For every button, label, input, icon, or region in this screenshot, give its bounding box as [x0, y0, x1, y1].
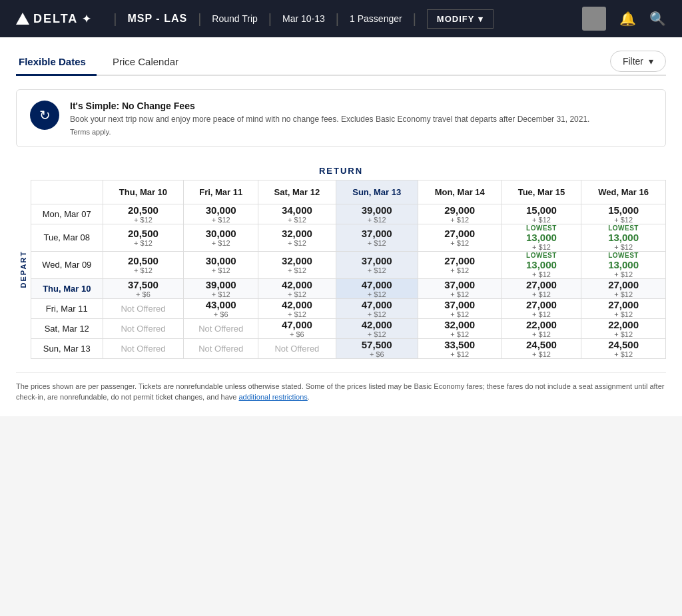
tab-price-calendar[interactable]: Price Calendar	[110, 51, 189, 76]
delta-triangle-icon	[16, 13, 29, 25]
depart-label: DEPART	[19, 250, 27, 288]
depart-row-label: Fri, Mar 11	[31, 298, 103, 318]
route-display: MSP - LAS	[128, 13, 188, 25]
table-row[interactable]: 15,000+ $12	[502, 204, 581, 224]
table-row[interactable]: LOWEST13,000+ $12	[581, 251, 666, 278]
table-row[interactable]: LOWEST13,000+ $12	[502, 224, 581, 251]
table-row[interactable]: 30,000+ $12	[184, 204, 258, 224]
price-table: Thu, Mar 10 Fri, Mar 11 Sat, Mar 12 Sun,…	[31, 180, 666, 359]
table-row[interactable]: 37,500+ $6	[103, 278, 184, 298]
depart-row-label: Tue, Mar 08	[31, 224, 103, 251]
table-row[interactable]: 24,500+ $12	[581, 338, 666, 358]
table-row[interactable]: 27,000+ $12	[502, 278, 581, 298]
table-row[interactable]: 47,000+ $12	[336, 298, 418, 318]
header: DELTA ✦ | MSP - LAS | Round Trip | Mar 1…	[0, 0, 682, 37]
table-row[interactable]: Not Offered	[103, 298, 184, 318]
chevron-down-icon: ▾	[478, 14, 484, 24]
delta-logo: DELTA ✦	[16, 12, 92, 26]
table-row[interactable]: 47,000+ $12	[336, 278, 418, 298]
depart-label-wrap: DEPART	[16, 180, 31, 359]
table-row[interactable]: 20,500+ $12	[103, 204, 184, 224]
price-grid-wrap: DEPART Thu, Mar 10 Fri, Mar 11 Sat, Mar …	[16, 180, 666, 359]
passenger-count: 1 Passenger	[350, 13, 402, 24]
depart-row-label: Thu, Mar 10	[31, 278, 103, 298]
table-row[interactable]: 37,000+ $12	[418, 278, 502, 298]
header-divider1: |	[113, 11, 117, 27]
search-icon[interactable]: 🔍	[649, 11, 666, 27]
info-banner: ↻ It's Simple: No Change Fees Book your …	[16, 89, 666, 147]
table-row[interactable]: 42,000+ $12	[258, 298, 336, 318]
filter-chevron-icon: ▾	[649, 56, 653, 67]
info-text: It's Simple: No Change Fees Book your ne…	[70, 101, 589, 136]
delta-badge-icon: ✦	[82, 13, 92, 25]
table-row[interactable]: 30,000+ $12	[184, 251, 258, 278]
filter-button[interactable]: Filter ▾	[610, 51, 666, 72]
notification-icon[interactable]: 🔔	[619, 11, 636, 27]
col-header-mar12: Sat, Mar 12	[258, 180, 336, 204]
table-row[interactable]: 27,000+ $12	[581, 298, 666, 318]
banner-title: It's Simple: No Change Fees	[70, 101, 589, 111]
table-row[interactable]: 34,000+ $12	[258, 204, 336, 224]
table-row[interactable]: 42,000+ $12	[336, 318, 418, 338]
table-row[interactable]: 20,500+ $12	[103, 251, 184, 278]
table-row[interactable]: 47,000+ $6	[258, 318, 336, 338]
col-header-mar11: Fri, Mar 11	[184, 180, 258, 204]
depart-row-label: Sun, Mar 13	[31, 338, 103, 358]
table-row[interactable]: 27,000+ $12	[418, 251, 502, 278]
grid-table-wrap: Thu, Mar 10 Fri, Mar 11 Sat, Mar 12 Sun,…	[31, 180, 666, 359]
table-row[interactable]: Not Offered	[103, 318, 184, 338]
table-row[interactable]: 32,000+ $12	[258, 251, 336, 278]
col-header-mar16: Wed, Mar 16	[581, 180, 666, 204]
restrictions-link[interactable]: additional restrictions	[239, 393, 308, 401]
table-row[interactable]: 27,000+ $12	[418, 224, 502, 251]
table-row[interactable]: Not Offered	[103, 338, 184, 358]
table-row[interactable]: 37,000+ $12	[336, 251, 418, 278]
footer-note: The prices shown are per passenger. Tick…	[16, 372, 666, 403]
table-row[interactable]: 30,000+ $12	[184, 224, 258, 251]
header-divider3: |	[268, 11, 272, 27]
avatar[interactable]	[582, 7, 606, 31]
table-row[interactable]: 24,500+ $12	[502, 338, 581, 358]
modify-button[interactable]: MODIFY ▾	[427, 9, 494, 29]
delta-text: DELTA	[33, 12, 78, 26]
table-row[interactable]: 22,000+ $12	[502, 318, 581, 338]
table-row[interactable]: 39,000+ $12	[336, 204, 418, 224]
trip-dates: Mar 10-13	[282, 13, 325, 24]
col-header-mar14: Mon, Mar 14	[418, 180, 502, 204]
tabs-bar: Flexible Dates Price Calendar Filter ▾	[16, 51, 666, 76]
table-row[interactable]: 27,000+ $12	[502, 298, 581, 318]
depart-row-label: Wed, Mar 09	[31, 251, 103, 278]
table-row[interactable]: Not Offered	[258, 338, 336, 358]
table-row[interactable]: 37,000+ $12	[418, 298, 502, 318]
col-header-mar10: Thu, Mar 10	[103, 180, 184, 204]
table-row[interactable]: Not Offered	[184, 318, 258, 338]
banner-desc: Book your next trip now and enjoy more p…	[70, 114, 589, 125]
table-row[interactable]: LOWEST13,000+ $12	[502, 251, 581, 278]
table-row[interactable]: 27,000+ $12	[581, 278, 666, 298]
tab-flexible-dates[interactable]: Flexible Dates	[16, 51, 97, 76]
table-row[interactable]: 43,000+ $6	[184, 298, 258, 318]
no-change-fees-icon: ↻	[30, 101, 59, 130]
table-row[interactable]: 20,500+ $12	[103, 224, 184, 251]
depart-row-label: Sat, Mar 12	[31, 318, 103, 338]
banner-terms: Terms apply.	[70, 128, 589, 136]
filter-wrap: Filter ▾	[610, 51, 666, 72]
table-row[interactable]: 29,000+ $12	[418, 204, 502, 224]
table-row[interactable]: 15,000+ $12	[581, 204, 666, 224]
table-row[interactable]: 57,500+ $6	[336, 338, 418, 358]
table-row[interactable]: 33,500+ $12	[418, 338, 502, 358]
header-icons: 🔔 🔍	[582, 7, 666, 31]
table-row[interactable]: 39,000+ $12	[184, 278, 258, 298]
table-row[interactable]: 32,000+ $12	[418, 318, 502, 338]
table-row[interactable]: 37,000+ $12	[336, 224, 418, 251]
table-row[interactable]: 42,000+ $12	[258, 278, 336, 298]
header-divider2: |	[198, 11, 201, 27]
col-header-mar13: Sun, Mar 13	[336, 180, 418, 204]
table-row[interactable]: LOWEST13,000+ $12	[581, 224, 666, 251]
depart-row-label: Mon, Mar 07	[31, 204, 103, 224]
col-header-mar15: Tue, Mar 15	[502, 180, 581, 204]
table-row[interactable]: Not Offered	[184, 338, 258, 358]
table-row[interactable]: 32,000+ $12	[258, 224, 336, 251]
table-row[interactable]: 22,000+ $12	[581, 318, 666, 338]
trip-type: Round Trip	[212, 13, 257, 24]
